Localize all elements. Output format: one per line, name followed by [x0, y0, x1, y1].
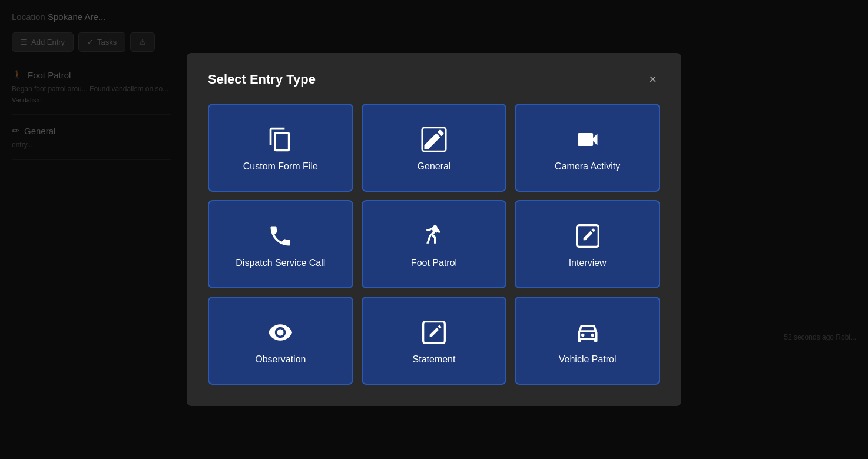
car-icon: [575, 320, 601, 345]
svg-point-4: [581, 333, 585, 337]
foot-patrol-button[interactable]: Foot Patrol: [362, 200, 507, 288]
entry-type-grid: Custom Form File General: [208, 104, 660, 385]
dispatch-service-call-label: Dispatch Service Call: [236, 257, 325, 270]
interview-button[interactable]: Interview: [515, 200, 660, 288]
edit-square-icon: [421, 127, 447, 152]
interview-label: Interview: [569, 257, 607, 270]
svg-point-5: [591, 333, 594, 337]
statement-button[interactable]: Statement: [362, 297, 507, 385]
eye-icon: [267, 320, 293, 345]
camera-activity-button[interactable]: Camera Activity: [515, 104, 660, 192]
vehicle-patrol-button[interactable]: Vehicle Patrol: [515, 297, 660, 385]
modal-dialog: Select Entry Type × Custom Form File: [187, 53, 681, 406]
close-button[interactable]: ×: [645, 72, 660, 87]
general-button[interactable]: General: [362, 104, 507, 192]
custom-form-file-label: Custom Form File: [243, 161, 318, 173]
foot-patrol-label: Foot Patrol: [411, 257, 457, 270]
walk-icon: [421, 223, 447, 249]
observation-label: Observation: [255, 354, 306, 366]
video-camera-icon: [575, 127, 601, 152]
modal-overlay: Select Entry Type × Custom Form File: [0, 0, 868, 459]
phone-icon: [267, 223, 293, 249]
statement-label: Statement: [413, 354, 456, 366]
edit-doc-icon: [421, 320, 447, 345]
camera-activity-label: Camera Activity: [555, 161, 620, 173]
vehicle-patrol-label: Vehicle Patrol: [559, 354, 617, 366]
general-label: General: [418, 161, 451, 173]
file-copy-icon: [267, 127, 293, 152]
modal-header: Select Entry Type ×: [208, 72, 660, 87]
pencil-box-icon: [575, 223, 601, 249]
observation-button[interactable]: Observation: [208, 297, 353, 385]
modal-title: Select Entry Type: [208, 72, 316, 87]
custom-form-file-button[interactable]: Custom Form File: [208, 104, 353, 192]
dispatch-service-call-button[interactable]: Dispatch Service Call: [208, 200, 353, 288]
